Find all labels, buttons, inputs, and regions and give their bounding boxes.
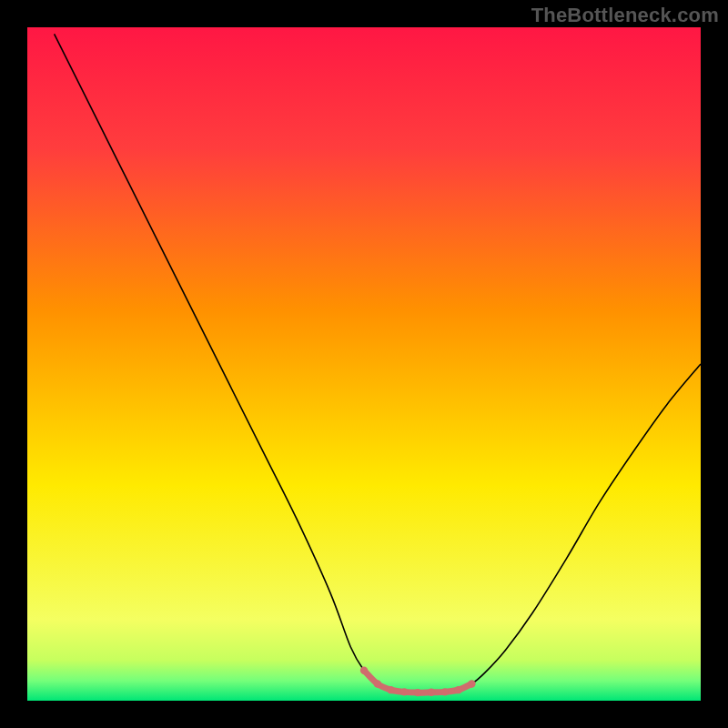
optimal-dot xyxy=(428,689,435,696)
optimal-dot xyxy=(400,688,408,695)
optimal-dot xyxy=(441,688,449,695)
chart-container: TheBottleneck.com xyxy=(0,0,728,728)
optimal-dot xyxy=(454,686,461,693)
watermark-text: TheBottleneck.com xyxy=(531,4,719,27)
gradient-background xyxy=(27,27,701,701)
optimal-dot xyxy=(387,686,394,693)
plot-area xyxy=(27,27,701,701)
plot-svg xyxy=(27,27,701,701)
optimal-dot xyxy=(360,667,368,674)
optimal-dot xyxy=(374,680,381,687)
optimal-dot xyxy=(468,680,475,687)
optimal-dot xyxy=(414,689,421,696)
